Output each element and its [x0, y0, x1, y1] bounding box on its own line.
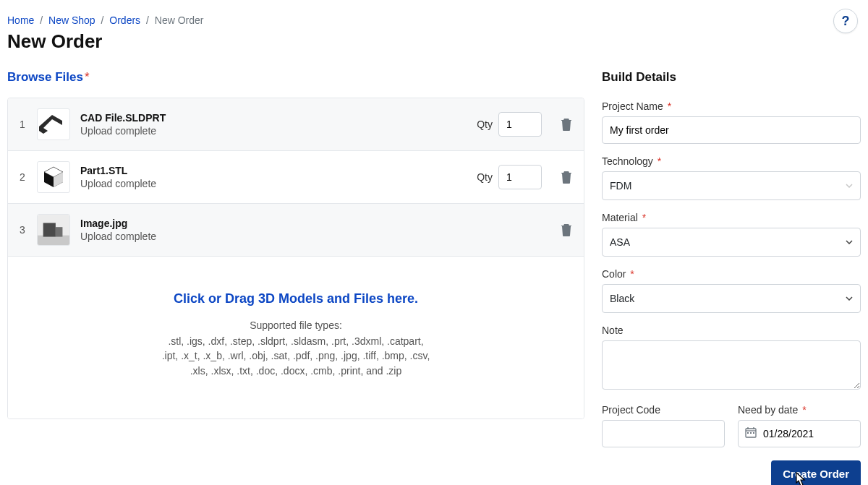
svg-rect-11 [747, 432, 749, 434]
page-title: New Order [7, 30, 861, 53]
svg-rect-6 [56, 227, 63, 236]
dropzone-headline: Click or Drag 3D Models and Files here. [22, 291, 569, 306]
create-order-button[interactable]: Create Order [771, 460, 861, 485]
chevron-down-icon [846, 184, 853, 188]
file-name: CAD File.SLDPRT [80, 112, 467, 124]
file-thumbnail [37, 161, 70, 193]
breadcrumb-shop[interactable]: New Shop [48, 14, 95, 26]
need-by-label: Need by date * [738, 404, 861, 416]
cube-icon [41, 165, 66, 189]
breadcrumb: Home / New Shop / Orders / New Order [7, 14, 861, 26]
qty-input[interactable] [498, 112, 542, 137]
file-row: 3 Image.jpg Upload complete [8, 204, 584, 257]
delete-file-button[interactable] [559, 223, 574, 237]
technology-label: Technology * [602, 155, 861, 167]
row-index: 2 [18, 171, 27, 183]
dropzone-types: .stl, .igs, .dxf, .step, .sldprt, .sldas… [129, 334, 462, 378]
file-list: 1 CAD File.SLDPRT Upload complete Qty [7, 98, 584, 419]
chevron-down-icon [846, 240, 853, 244]
row-index: 3 [18, 224, 27, 236]
breadcrumb-home[interactable]: Home [7, 14, 34, 26]
svg-rect-12 [750, 432, 752, 434]
note-label: Note [602, 325, 861, 336]
part-icon [38, 113, 69, 135]
file-row: 2 Part1.STL Upload complete Qty [8, 151, 584, 204]
technology-select[interactable]: FDM [602, 171, 861, 200]
dropzone[interactable]: Click or Drag 3D Models and Files here. … [8, 257, 584, 419]
help-button[interactable]: ? [833, 9, 858, 33]
file-row: 1 CAD File.SLDPRT Upload complete Qty [8, 98, 584, 151]
breadcrumb-orders[interactable]: Orders [109, 14, 140, 26]
breadcrumb-current: New Order [155, 14, 204, 26]
project-name-input[interactable] [602, 116, 861, 144]
svg-rect-4 [38, 236, 69, 245]
help-icon-text: ? [842, 14, 850, 29]
row-index: 1 [18, 119, 27, 130]
material-label: Material * [602, 212, 861, 223]
calendar-icon [745, 426, 757, 441]
delete-file-button[interactable] [559, 170, 574, 184]
file-name: Part1.STL [80, 165, 467, 176]
note-textarea[interactable] [602, 340, 861, 390]
svg-rect-13 [753, 432, 754, 434]
build-details-title: Build Details [602, 70, 861, 85]
chevron-down-icon [846, 296, 853, 301]
qty-label: Qty [477, 171, 493, 183]
project-code-input[interactable] [602, 420, 725, 447]
dropzone-supported-label: Supported file types: [22, 319, 569, 331]
file-status: Upload complete [80, 178, 467, 189]
qty-input[interactable] [498, 165, 542, 189]
trash-icon [561, 171, 572, 184]
file-name: Image.jpg [80, 218, 438, 229]
project-name-label: Project Name * [602, 100, 861, 112]
file-thumbnail [37, 108, 70, 140]
svg-rect-5 [43, 223, 56, 236]
delete-file-button[interactable] [559, 117, 574, 132]
color-label: Color * [602, 268, 861, 280]
trash-icon [561, 118, 572, 131]
project-code-label: Project Code [602, 404, 725, 416]
image-thumb-icon [38, 214, 69, 246]
color-select[interactable]: Black [602, 284, 861, 313]
file-status: Upload complete [80, 125, 467, 137]
browse-files-label: Browse Files* [7, 70, 584, 85]
trash-icon [561, 223, 572, 236]
file-thumbnail [37, 214, 70, 246]
file-status: Upload complete [80, 231, 438, 242]
material-select[interactable]: ASA [602, 228, 861, 257]
qty-label: Qty [477, 119, 493, 130]
